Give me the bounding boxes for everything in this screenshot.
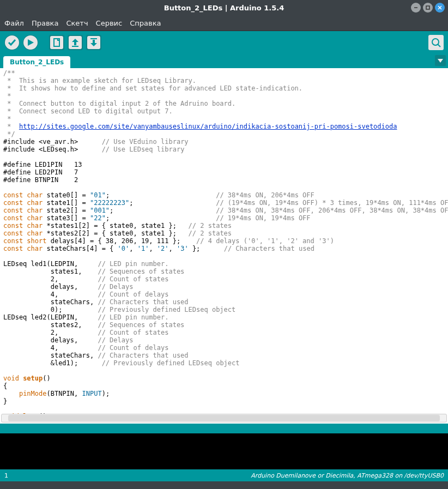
svg-rect-12	[72, 46, 78, 47]
close-button[interactable]	[435, 3, 445, 13]
tab-sketch[interactable]: Button_2_LEDs	[3, 56, 70, 68]
status-line: 1	[4, 472, 8, 479]
window-buttons	[411, 3, 445, 13]
svg-rect-16	[90, 38, 97, 39]
verify-button[interactable]	[4, 35, 20, 50]
svg-rect-1	[426, 6, 429, 9]
divider	[0, 424, 448, 433]
code-editor[interactable]: /** * This is an example sketch for LEDs…	[0, 68, 448, 424]
menu-help[interactable]: Справка	[130, 19, 161, 27]
menubar: Файл Правка Скетч Сервис Справка	[0, 15, 448, 31]
console[interactable]	[0, 433, 448, 469]
svg-rect-11	[74, 42, 76, 45]
svg-marker-19	[438, 59, 443, 63]
svg-line-18	[438, 44, 440, 47]
save-button[interactable]	[86, 35, 101, 50]
menu-file[interactable]: Файл	[4, 19, 24, 27]
serial-monitor-button[interactable]	[428, 35, 444, 50]
horizontal-scrollbar[interactable]	[1, 414, 447, 422]
new-button[interactable]	[49, 35, 64, 50]
doc-link[interactable]: http://sites.google.com/site/vanyambause…	[19, 123, 397, 130]
upload-button[interactable]	[23, 35, 38, 50]
scrollbar-thumb[interactable]	[8, 415, 440, 421]
window-title: Button_2_LEDs | Arduino 1.5.4	[0, 4, 448, 12]
menu-sketch[interactable]: Скетч	[66, 19, 88, 27]
tabbar: Button_2_LEDs	[0, 54, 448, 68]
svg-rect-7	[50, 36, 63, 49]
maximize-button[interactable]	[423, 3, 433, 13]
open-button[interactable]	[68, 35, 83, 50]
toolbar	[0, 31, 448, 54]
menu-tools[interactable]: Сервис	[96, 19, 123, 27]
statusbar: 1 Arduino Duemilanove or Diecimila, ATme…	[0, 469, 448, 481]
tab-menu-button[interactable]	[435, 55, 446, 66]
minimize-button[interactable]	[411, 3, 421, 13]
svg-rect-15	[93, 40, 95, 43]
status-board: Arduino Duemilanove or Diecimila, ATmega…	[251, 472, 444, 479]
code-content[interactable]: /** * This is an example sketch for LEDs…	[0, 68, 448, 420]
titlebar: Button_2_LEDs | Arduino 1.5.4	[0, 0, 448, 15]
menu-edit[interactable]: Правка	[32, 19, 58, 27]
